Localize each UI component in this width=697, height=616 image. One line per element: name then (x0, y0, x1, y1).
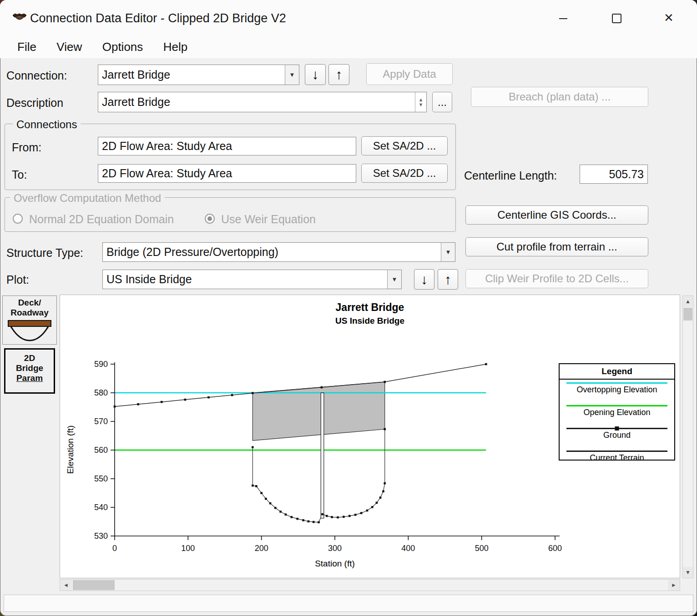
spinner-up-icon: ▲ (419, 97, 424, 102)
previous-connection-button[interactable]: ↓ (305, 64, 326, 85)
svg-text:570: 570 (94, 417, 108, 426)
centerline-gis-coords-button[interactable]: Centerline GIS Coords... (465, 205, 648, 225)
breach-plan-data-button[interactable]: Breach (plan data) ... (471, 87, 648, 107)
minimize-icon (559, 18, 567, 19)
horizontal-scrollbar-thumb[interactable] (73, 580, 115, 590)
to-field[interactable]: 2D Flow Area: Study Area (98, 164, 356, 183)
chevron-down-icon[interactable]: ▼ (387, 270, 401, 289)
description-spinner[interactable]: ▲ ▼ (415, 92, 426, 112)
arrow-up-icon: ↑ (336, 67, 343, 82)
connection-data-editor-window: Connection Data Editor - Clipped 2D Brid… (0, 0, 697, 616)
connection-combo-value: Jarrett Bridge (98, 68, 285, 81)
description-more-button[interactable]: ... (432, 92, 452, 112)
set-sa2d-from-button[interactable]: Set SA/2D ... (361, 136, 448, 155)
scroll-left-icon[interactable]: ◄ (60, 580, 72, 591)
connection-combo[interactable]: Jarrett Bridge ▼ (98, 65, 299, 85)
normal-2d-equation-radio[interactable] (13, 214, 23, 224)
spinner-down-icon: ▼ (419, 102, 424, 107)
description-label: Description (6, 96, 63, 110)
chevron-down-icon[interactable]: ▼ (441, 243, 455, 261)
deck-tab-label-2: Roadway (3, 308, 56, 318)
svg-text:500: 500 (475, 544, 489, 553)
overtopping-line-sample (566, 382, 667, 384)
minimize-button[interactable] (549, 6, 578, 29)
svg-text:550: 550 (94, 474, 108, 483)
menu-file[interactable]: File (8, 36, 45, 58)
menu-view[interactable]: View (47, 36, 91, 58)
plot-combo[interactable]: US Inside Bridge ▼ (102, 270, 402, 289)
arrow-up-icon: ↑ (444, 272, 451, 287)
param-tab-label-2: Bridge (5, 363, 54, 373)
deck-tab-label-1: Deck/ (3, 298, 56, 308)
arrow-down-icon: ↓ (421, 272, 428, 287)
plot-next-button[interactable]: ↑ (438, 269, 458, 290)
close-button[interactable]: ✕ (654, 6, 683, 29)
title-bar: Connection Data Editor - Clipped 2D Brid… (0, 0, 697, 36)
centerline-length-label: Centerline Length: (464, 169, 557, 182)
description-field[interactable]: Jarrett Bridge ▲ ▼ (98, 92, 427, 112)
chevron-down-icon[interactable]: ▼ (285, 65, 299, 85)
structure-type-combo[interactable]: Bridge (2D Pressure/Overtopping) ▼ (102, 242, 455, 262)
current-terrain-line-sample (566, 451, 667, 452)
vertical-scrollbar-thumb[interactable] (683, 308, 692, 321)
window-title: Connection Data Editor - Clipped 2D Brid… (30, 0, 286, 36)
menu-options[interactable]: Options (93, 36, 152, 58)
svg-text:590: 590 (94, 360, 108, 369)
structure-type-label: Structure Type: (6, 246, 83, 260)
svg-text:540: 540 (94, 503, 108, 512)
plot-previous-button[interactable]: ↓ (414, 269, 434, 290)
description-value: Jarrett Bridge (102, 95, 170, 109)
svg-text:530: 530 (94, 531, 108, 541)
status-bar (4, 595, 693, 612)
svg-text:600: 600 (548, 544, 562, 553)
legend-box: Legend Overtopping Elevation Opening Ele… (559, 363, 675, 461)
legend-item-overtopping: Overtopping Elevation (560, 382, 674, 402)
scroll-right-icon[interactable]: ► (668, 580, 680, 591)
to-value: 2D Flow Area: Study Area (102, 167, 232, 180)
param-tab-label-3: Param (5, 373, 54, 383)
deck-roadway-icon (6, 319, 53, 342)
apply-data-button[interactable]: Apply Data (366, 63, 453, 85)
horizontal-scrollbar[interactable]: ◄ ► (60, 579, 680, 591)
svg-text:200: 200 (255, 544, 268, 553)
svg-text:400: 400 (401, 544, 415, 553)
connection-label: Connection: (6, 69, 67, 82)
maximize-icon (612, 14, 621, 23)
from-value: 2D Flow Area: Study Area (102, 140, 232, 153)
svg-text:580: 580 (94, 388, 108, 397)
param-tab-label-1: 2D (5, 353, 54, 363)
from-label: From: (12, 141, 41, 154)
hec-ras-app-icon (12, 12, 27, 25)
tab-2d-bridge-param[interactable]: 2D Bridge Param (4, 348, 55, 394)
vertical-scrollbar[interactable]: ▲ ▼ (682, 295, 693, 578)
legend-item-ground: Ground (560, 428, 674, 448)
set-sa2d-to-button[interactable]: Set SA/2D ... (361, 164, 448, 183)
legend-title: Legend (560, 364, 674, 380)
clip-weir-profile-button[interactable]: Clip Weir Profile to 2D Cells... (465, 269, 648, 288)
overflow-method-group-title: Overflow Computation Method (10, 192, 165, 205)
legend-item-opening: Opening Elevation (560, 405, 674, 425)
plot-label: Plot: (6, 273, 29, 286)
plot-combo-value: US Inside Bridge (103, 273, 387, 286)
connections-group-title: Connections (13, 118, 81, 131)
menu-bar: File View Options Help (0, 36, 697, 58)
scroll-down-icon[interactable]: ▼ (683, 567, 693, 578)
svg-text:560: 560 (94, 446, 108, 455)
next-connection-button[interactable]: ↑ (328, 64, 349, 85)
structure-type-value: Bridge (2D Pressure/Overtopping) (103, 245, 441, 259)
scroll-up-icon[interactable]: ▲ (683, 296, 693, 307)
tab-deck-roadway[interactable]: Deck/ Roadway (2, 295, 57, 345)
cut-profile-from-terrain-button[interactable]: Cut profile from terrain ... (465, 237, 648, 256)
use-weir-equation-radio[interactable] (205, 214, 215, 224)
maximize-button[interactable] (602, 6, 631, 29)
from-field[interactable]: 2D Flow Area: Study Area (98, 137, 356, 155)
ground-line-sample (566, 428, 667, 429)
svg-text:100: 100 (181, 544, 195, 553)
plot-panel: Jarrett Bridge US Inside Bridge Elevatio… (60, 295, 680, 578)
svg-text:300: 300 (328, 544, 342, 553)
menu-help[interactable]: Help (154, 36, 197, 58)
legend-item-current-terrain: Current Terrain (560, 451, 674, 471)
ground-marker-icon (615, 426, 619, 431)
arrow-down-icon: ↓ (312, 67, 319, 82)
use-weir-equation-label: Use Weir Equation (221, 213, 316, 226)
